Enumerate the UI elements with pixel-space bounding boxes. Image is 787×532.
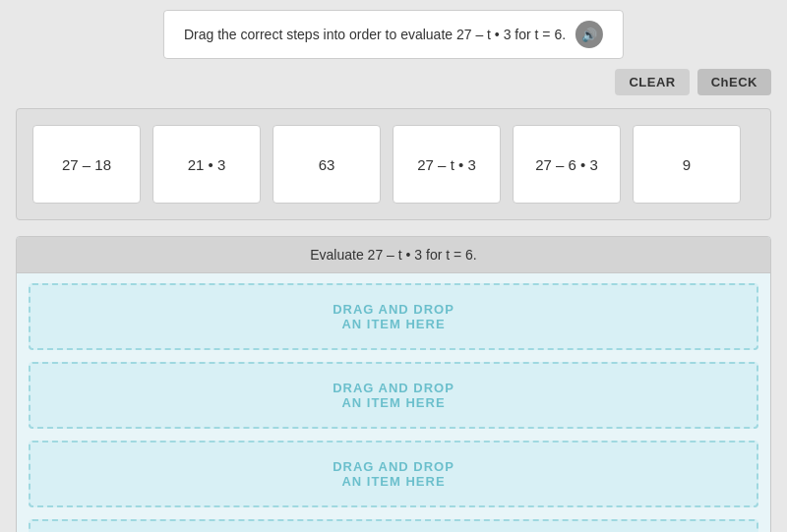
drop-slot-text-top: DRAG AND DROP [333, 381, 454, 395]
drop-area: Evaluate 27 – t • 3 for t = 6. DRAG AND … [16, 236, 771, 532]
clear-button[interactable]: CLEAR [615, 69, 689, 95]
drag-source-area: 27 – 1821 • 36327 – t • 327 – 6 • 39 [16, 108, 771, 220]
audio-button[interactable]: 🔊 [575, 21, 603, 48]
check-button[interactable]: ChECK [697, 69, 771, 95]
drag-item[interactable]: 27 – t • 3 [393, 125, 501, 204]
drag-item[interactable]: 63 [272, 125, 381, 204]
drop-slot[interactable]: DRAG AND DROPAN IteM HERE [29, 362, 758, 429]
drag-item[interactable]: 21 • 3 [152, 125, 261, 204]
drag-item[interactable]: 9 [633, 125, 741, 204]
drop-slot[interactable]: DRAG AND DROPAN IteM HERE [29, 441, 758, 507]
drop-slots: DRAG AND DROPAN IteM HEREDRAG AND DROPAN… [17, 273, 770, 532]
instruction-bar: Drag the correct steps into order to eva… [163, 10, 624, 59]
drop-slot[interactable]: DRAG AND DROPteM HERE [29, 519, 758, 532]
action-buttons: CLEAR ChECK [615, 69, 771, 95]
drop-slot[interactable]: DRAG AND DROPAN IteM HERE [29, 283, 758, 350]
instruction-text: Drag the correct steps into order to eva… [184, 27, 566, 42]
drop-slot-text-bottom: AN IteM HERE [341, 317, 445, 331]
drop-slot-text-top: DRAG AND DROP [333, 459, 454, 474]
drop-slot-text-bottom: AN IteM HERE [341, 395, 445, 410]
drop-slot-text-top: DRAG AND DROP [333, 302, 454, 317]
drop-slot-text-bottom: AN IteM HERE [341, 474, 445, 489]
drag-item[interactable]: 27 – 18 [32, 125, 141, 204]
drag-item[interactable]: 27 – 6 • 3 [513, 125, 621, 204]
drop-area-header: Evaluate 27 – t • 3 for t = 6. [17, 237, 770, 273]
